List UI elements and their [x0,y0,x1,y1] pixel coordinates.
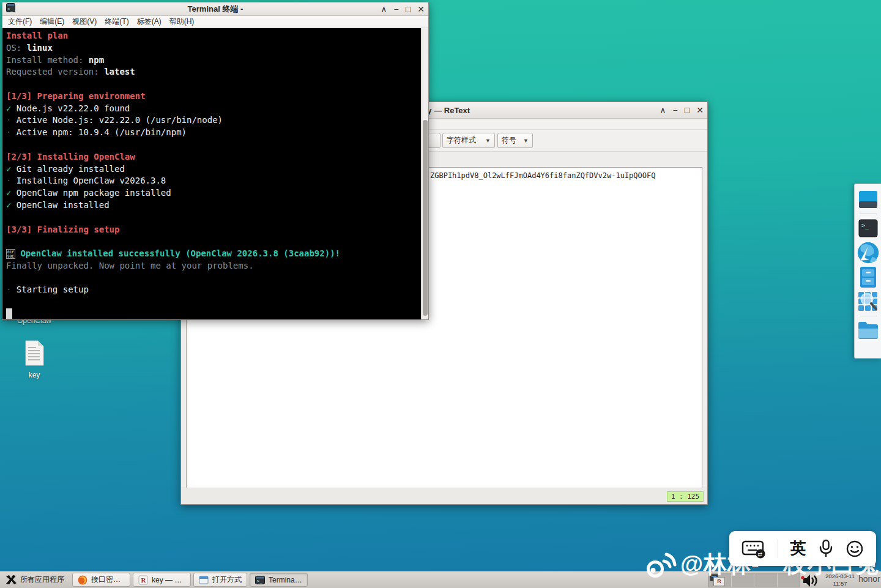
maximize-icon[interactable]: □ [685,106,690,114]
keyboard-icon[interactable]: ⇄ [742,538,766,559]
chevron-down-icon: ▼ [523,138,529,144]
menu-item[interactable]: 视图(V) [72,17,97,27]
close-icon[interactable]: ✕ [696,106,704,114]
svg-text:⇄: ⇄ [757,551,762,557]
svg-text:>_: >_ [861,222,869,229]
taskbar-clock[interactable]: 2026-03-11 11:57 [822,573,858,587]
ime-panel: ⇄ 英 [729,531,876,566]
scrollbar-thumb[interactable] [423,120,428,316]
taskbar-buttons: 接口密钥 ···Rkey — Re…打开方式>_Terminal ... [70,573,308,587]
ime-language-toggle[interactable]: 英 [790,538,806,559]
terminal-title: Terminal 终端 - [2,4,428,15]
terminal-lines: Install planOS: linuxInstall method: npm… [6,30,340,319]
taskbar-button-label: key — Re… [152,576,185,584]
menu-item[interactable]: 终端(T) [105,17,128,27]
workspace-pager: R [708,573,800,587]
terminal-app-icon: >_ [6,3,15,15]
volume-icon[interactable] [801,573,820,588]
applications-menu-label: 所有应用程序 [20,575,64,585]
rollup-icon[interactable]: ∧ [660,106,666,114]
taskbar: 所有应用程序 接口密钥 ···Rkey — Re…打开方式>_Terminal … [0,571,881,588]
dock-separator [860,214,877,214]
terminal-titlebar[interactable]: >_ Terminal 终端 - ∧ − □ ✕ [2,2,428,16]
dock-launcher-file-manager-icon[interactable] [856,318,880,343]
taskbar-button-label: Terminal ... [269,576,302,584]
menu-item[interactable]: 编辑(E) [40,17,64,27]
menu-item[interactable]: 文件(F) [8,17,32,27]
desktop-icon-key-label: key [16,371,53,379]
minimize-icon[interactable]: − [673,106,678,114]
microphone-icon[interactable] [818,539,834,559]
dock-separator [860,316,877,316]
dock-launcher-terminal-icon[interactable]: >_ [856,216,880,240]
terminal-menubar: 文件(F)编辑(E)视图(V)终端(T)标签(A)帮助(H) [2,16,428,28]
retext-statusbar: 1 : 125 [181,488,707,504]
terminal-icon: >_ [255,576,265,584]
firefox-icon [78,575,87,585]
workspace-1[interactable]: R [708,573,732,587]
workspace-4[interactable] [778,573,800,587]
document-text: ZGBPIh1pdV8_Ol2wLfFJmOAd4Y6fi8fanZQfDVv2… [430,171,655,180]
dock-launcher-file-cabinet-icon[interactable] [856,265,880,289]
desktop-icon-key[interactable]: key [16,340,53,379]
svg-text:>_: >_ [257,579,262,584]
dock-launcher-app-finder-icon[interactable] [856,289,880,314]
cursor-position-badge: 1 : 125 [667,491,704,502]
clock-time: 11:57 [822,580,858,587]
terminal-scrollbar[interactable] [421,28,428,319]
pager-mini-retext-window: R [713,577,725,586]
char-style-dropdown-label: 字符样式 [447,135,476,146]
chevron-down-icon: ▼ [485,138,491,144]
dock-panel: >_ [854,184,881,359]
device-watermark: honor [858,574,880,584]
taskbar-button-label: 接口密钥 ··· [91,575,125,585]
minimize-icon[interactable]: − [394,5,399,13]
window-icon [199,576,209,584]
dock-launcher-web-browser-icon[interactable] [856,240,880,265]
desktop: OpenClaw key key — ReText ∧ − □ ✕ [0,0,881,588]
xfce-logo-icon [6,575,17,585]
taskbar-button-window[interactable]: 打开方式 [193,573,247,587]
ime-divider [778,540,778,558]
svg-text:>_: >_ [8,7,13,12]
retext-icon: R [138,575,148,585]
taskbar-button-terminal[interactable]: >_Terminal ... [250,573,308,587]
rollup-icon[interactable]: ∧ [381,5,387,13]
symbol-dropdown-label: 符号 [502,135,516,146]
symbol-dropdown[interactable]: 符号 ▼ [497,133,533,148]
menu-item[interactable]: 帮助(H) [169,17,195,27]
char-style-dropdown[interactable]: 字符样式 ▼ [442,133,495,148]
taskbar-button-firefox[interactable]: 接口密钥 ··· [72,573,130,587]
applications-menu-button[interactable]: 所有应用程序 [0,571,70,588]
svg-text:R: R [141,576,147,584]
document-icon [23,340,45,366]
taskbar-button-label: 打开方式 [212,575,242,585]
clock-date: 2026-03-11 [822,573,858,580]
menu-item[interactable]: 标签(A) [137,17,162,27]
dock-launcher-show-desktop-icon[interactable] [856,187,880,212]
emoji-icon[interactable] [846,540,864,558]
workspace-2[interactable] [732,573,755,587]
close-icon[interactable]: ✕ [417,5,425,13]
taskbar-button-retext[interactable]: Rkey — Re… [133,573,191,587]
terminal-content[interactable]: Install planOS: linuxInstall method: npm… [2,28,428,319]
workspace-3[interactable] [754,573,778,587]
maximize-icon[interactable]: □ [406,5,411,13]
terminal-window: >_ Terminal 终端 - ∧ − □ ✕ 文件(F)编辑(E)视图(V)… [2,2,429,320]
